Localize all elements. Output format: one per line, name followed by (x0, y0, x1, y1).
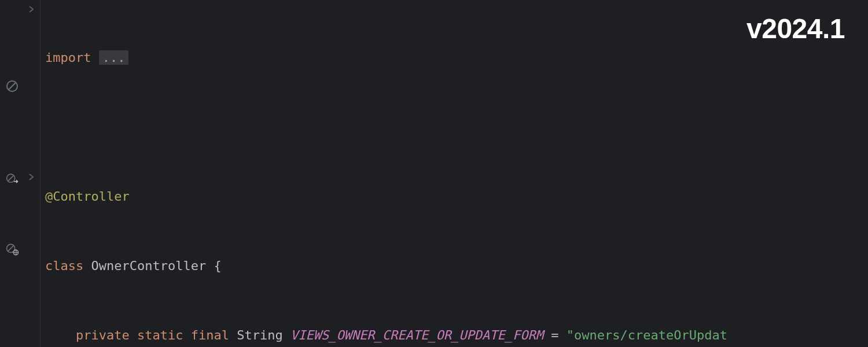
annotation-controller: @Controller (45, 189, 130, 204)
type-string: String (237, 328, 282, 342)
folded-region[interactable]: ... (99, 50, 129, 65)
no-entry-icon[interactable] (6, 80, 19, 93)
keyword-static: static (137, 328, 183, 342)
code-editor[interactable]: import ... @Controller class OwnerContro… (0, 0, 868, 347)
string-literal: "owners/createOrUpdat (567, 328, 727, 342)
equals: = (551, 328, 558, 342)
keyword-private: private (76, 328, 130, 342)
gutter (0, 0, 41, 347)
code-line: class OwnerController { (45, 254, 868, 278)
code-area[interactable]: import ... @Controller class OwnerContro… (41, 0, 868, 347)
keyword-final: final (191, 328, 229, 342)
chevron-right-icon[interactable] (28, 174, 35, 180)
code-line: @Controller (45, 185, 868, 208)
code-line: private static final String VIEWS_OWNER_… (45, 324, 868, 347)
no-entry-web-icon[interactable] (6, 243, 19, 256)
svg-line-3 (8, 176, 13, 181)
svg-line-1 (9, 83, 16, 90)
no-entry-arrow-icon[interactable] (6, 172, 19, 185)
keyword-class: class (45, 259, 83, 273)
keyword-import: import (45, 50, 91, 65)
code-line (45, 116, 868, 139)
svg-line-5 (8, 246, 13, 251)
version-badge: v2024.1 (746, 17, 845, 40)
chevron-right-icon[interactable] (28, 6, 35, 13)
class-name: OwnerController (91, 259, 206, 273)
brace: { (214, 259, 221, 273)
code-line: import ... (45, 46, 868, 69)
constant-name: VIEWS_OWNER_CREATE_OR_UPDATE_FORM (290, 328, 543, 342)
